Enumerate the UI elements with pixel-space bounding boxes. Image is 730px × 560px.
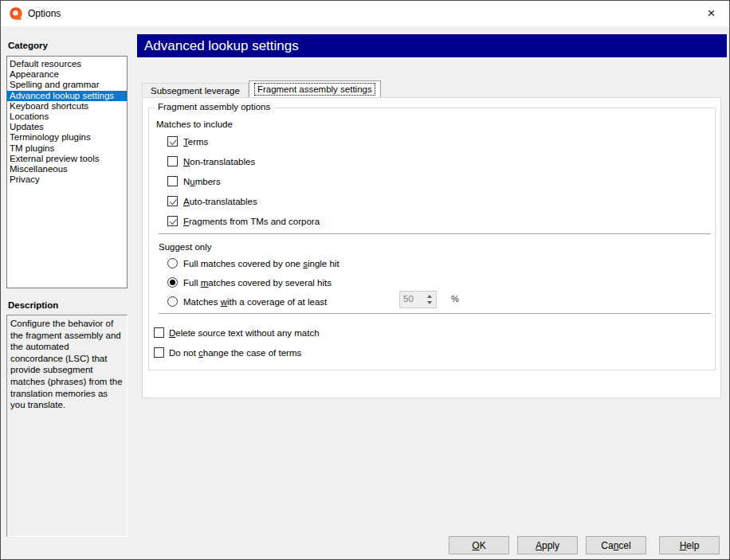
fragment-assembly-options-group: Fragment assembly options Matches to inc… <box>148 108 716 370</box>
label-post: K <box>480 540 486 551</box>
coverage-spinner: 50 <box>399 291 437 308</box>
label-key: O <box>472 540 479 551</box>
sidebar-item-external-preview-tools[interactable]: External preview tools <box>7 154 127 164</box>
sidebar-item-keyboard-shortcuts[interactable]: Keyboard shortcuts <box>7 101 127 112</box>
checkbox-row: Auto-translatables <box>149 196 715 207</box>
group-legend: Fragment assembly options <box>155 102 273 112</box>
checkbox-row: Non-translatables <box>149 156 715 167</box>
label-post: on-translatables <box>190 157 255 166</box>
radio-label-full-matches-covered-by-one-single-hit[interactable]: Full matches covered by one single hit <box>183 259 339 269</box>
spinner-down-icon[interactable] <box>427 301 432 304</box>
label-key: A <box>536 540 542 551</box>
checkbox-non-translatables[interactable] <box>167 156 178 166</box>
tab-label: Subsegment leverage <box>148 85 242 96</box>
checkbox-row: Fragments from TMs and corpora <box>149 216 715 227</box>
spinner-up-icon[interactable] <box>427 295 432 298</box>
label-post: uto-translatables <box>190 197 257 206</box>
checkbox-fragments-from-tms-and-corpora[interactable] <box>167 216 178 226</box>
checkbox-label-terms[interactable]: Terms <box>183 137 208 147</box>
radio-full-matches-covered-by-one-single-hit[interactable] <box>167 258 178 268</box>
label-pre: Matches <box>183 297 221 307</box>
checkbox-label-delete-source-text-without-any-match[interactable]: Delete source text without any match <box>169 328 320 339</box>
radio-label-matches-with-a-coverage-of-at-least[interactable]: Matches with a coverage of at least <box>183 297 327 307</box>
tab-page: Fragment assembly options Matches to inc… <box>142 97 721 398</box>
label-post: atches covered by several hits <box>208 278 332 288</box>
sidebar-item-default-resources[interactable]: Default resources <box>7 59 127 69</box>
sidebar-item-locations[interactable]: Locations <box>7 112 127 122</box>
checkbox-label-numbers[interactable]: Numbers <box>183 177 221 187</box>
label-key: A <box>183 197 190 206</box>
label-post: mbers <box>195 177 221 186</box>
label-key: m <box>201 278 209 288</box>
sidebar-item-privacy[interactable]: Privacy <box>7 174 127 185</box>
radio-row: Full matches covered by several hits <box>149 277 715 288</box>
description-box: Configure the behavior of the fragment a… <box>6 315 128 537</box>
ok-button[interactable]: OK <box>449 536 509 554</box>
checkbox-label-fragments-from-tms-and-corpora[interactable]: Fragments from TMs and corpora <box>183 217 320 227</box>
sidebar-item-miscellaneous[interactable]: Miscellaneous <box>7 164 127 174</box>
options-dialog: Options × Category Default resourcesAppe… <box>0 0 730 560</box>
label-post: pply <box>542 540 559 551</box>
page-header: Advanced lookup settings <box>137 34 727 57</box>
title-bar: Options × <box>1 1 729 26</box>
radio-matches-with-a-coverage-of-at-least[interactable] <box>167 296 178 307</box>
page-title: Advanced lookup settings <box>144 38 299 54</box>
label-post: ingle hit <box>308 259 339 268</box>
category-list: Default resourcesAppearanceSpelling and … <box>6 56 128 288</box>
tab-subsegment-leverage[interactable]: Subsegment leverage <box>142 83 249 97</box>
label-key: F <box>183 217 189 226</box>
checkbox-label-auto-translatables[interactable]: Auto-translatables <box>183 197 257 207</box>
label-post: ith a coverage of at least <box>227 297 327 307</box>
category-label: Category <box>8 41 48 50</box>
checkbox-delete-source-text-without-any-match[interactable] <box>154 327 164 338</box>
label-pre: Full <box>183 278 201 288</box>
apply-button[interactable]: Apply <box>517 536 578 554</box>
label-post: hange the case of terms <box>203 348 301 358</box>
label-pre: Ca <box>601 540 613 551</box>
window-title: Options <box>28 8 61 19</box>
tab-strip: Subsegment leverageFragment assembly set… <box>142 80 381 97</box>
sidebar-item-terminology-plugins[interactable]: Terminology plugins <box>7 132 127 143</box>
label-post: ragments from TMs and corpora <box>189 217 320 226</box>
coverage-spinner-value: 50 <box>403 294 414 303</box>
label-pre: Do not <box>169 348 198 358</box>
matches-to-include-label: Matches to include <box>156 119 233 129</box>
checkbox-row: Delete source text without any match <box>149 327 715 339</box>
memoq-logo-icon <box>9 6 23 21</box>
description-label: Description <box>8 300 58 310</box>
tab-label: Fragment assembly settings <box>255 84 375 95</box>
label-key: w <box>221 297 227 307</box>
separator <box>159 233 711 234</box>
close-icon[interactable]: × <box>693 1 729 25</box>
sidebar-item-updates[interactable]: Updates <box>7 122 127 132</box>
sidebar-item-appearance[interactable]: Appearance <box>7 69 127 80</box>
label-pre: Full matches covered by one <box>183 259 303 268</box>
help-button[interactable]: Help <box>659 536 720 554</box>
checkbox-row: Numbers <box>149 176 715 187</box>
radio-label-full-matches-covered-by-several-hits[interactable]: Full matches covered by several hits <box>183 278 332 288</box>
sidebar-item-spelling-and-grammar[interactable]: Spelling and grammar <box>7 80 127 90</box>
spinner-buttons <box>423 292 435 307</box>
radio-row: Full matches covered by one single hit <box>149 258 715 269</box>
label-post: erms <box>188 137 209 147</box>
checkbox-label-non-translatables[interactable]: Non-translatables <box>183 157 255 167</box>
separator <box>159 313 711 314</box>
percent-label: % <box>451 294 459 303</box>
label-post: elete source text without any match <box>175 328 319 338</box>
checkbox-row: Terms <box>149 136 715 147</box>
label-post: elp <box>686 540 699 551</box>
cancel-button[interactable]: Cancel <box>586 536 646 554</box>
sidebar-item-tm-plugins[interactable]: TM plugins <box>7 143 127 154</box>
sidebar-item-advanced-lookup-settings[interactable]: Advanced lookup settings <box>7 91 127 101</box>
checkbox-auto-translatables[interactable] <box>167 196 178 206</box>
tab-fragment-assembly-settings[interactable]: Fragment assembly settings <box>249 80 381 97</box>
radio-full-matches-covered-by-several-hits[interactable] <box>167 277 178 288</box>
checkbox-row: Do not change the case of terms <box>149 347 715 358</box>
checkbox-label-do-not-change-the-case-of-terms[interactable]: Do not change the case of terms <box>169 348 301 358</box>
checkbox-terms[interactable] <box>167 136 178 147</box>
label-post: cel <box>618 540 630 551</box>
checkbox-numbers[interactable] <box>167 176 178 186</box>
suggest-only-label: Suggest only <box>159 242 212 252</box>
checkbox-do-not-change-the-case-of-terms[interactable] <box>154 347 164 358</box>
